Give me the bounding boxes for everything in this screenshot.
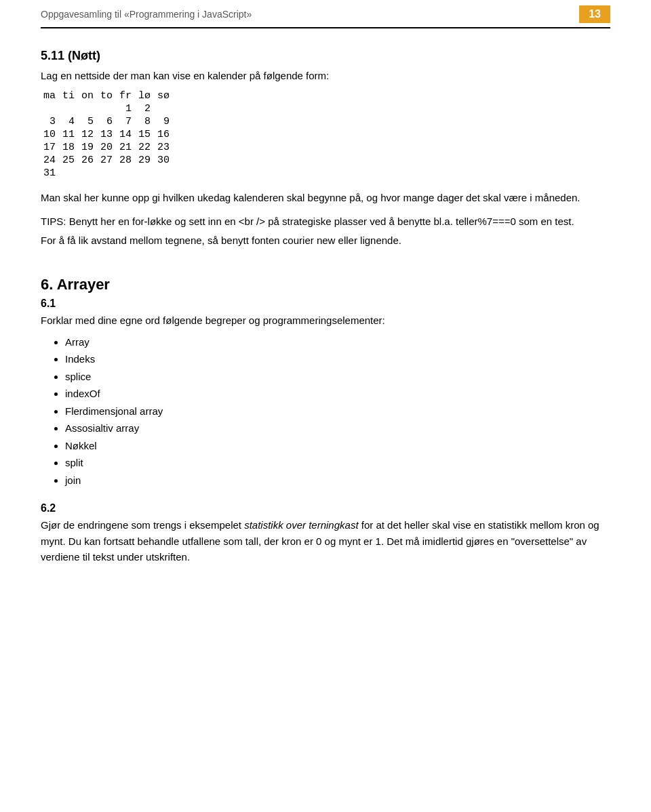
section-511: 5.11 (Nøtt) Lag en nettside der man kan …: [41, 49, 610, 249]
cal-cell: 24: [43, 154, 62, 167]
cal-cell: [81, 167, 100, 180]
cal-cell: 18: [62, 141, 81, 154]
cal-cell: 31: [43, 167, 62, 180]
list-item: split: [65, 454, 610, 472]
cal-cell: [62, 102, 81, 115]
cal-cell: 17: [43, 141, 62, 154]
cal-cell: 23: [157, 141, 176, 154]
task-6-1-text: Forklar med dine egne ord følgende begre…: [41, 312, 610, 328]
section-6: 6. Arrayer 6.1 Forklar med dine egne ord…: [41, 276, 610, 565]
task-6-2-number: 6.2: [41, 502, 610, 514]
cal-cell: 2: [138, 102, 157, 115]
cal-cell: 14: [119, 128, 138, 141]
section-511-intro: Lag en nettside der man kan vise en kale…: [41, 70, 610, 81]
cal-cell: 19: [81, 141, 100, 154]
calendar-row-6: 31: [43, 167, 176, 180]
cal-cell: 13: [100, 128, 119, 141]
header-title: Oppgavesamling til «Programmering i Java…: [41, 9, 252, 20]
page-header: Oppgavesamling til «Programmering i Java…: [41, 0, 610, 28]
cal-cell: 7: [119, 115, 138, 128]
calendar-section: ma ti on to fr lø sø 1 2: [41, 89, 610, 180]
list-item: join: [65, 472, 610, 489]
task-6-1: 6.1 Forklar med dine egne ord følgende b…: [41, 298, 610, 489]
task-6-1-number: 6.1: [41, 298, 610, 310]
task-6-1-list: Array Indeks splice indexOf Flerdimensjo…: [65, 333, 610, 489]
cal-col-to: to: [100, 89, 119, 102]
cal-cell: 16: [157, 128, 176, 141]
calendar-header-row: ma ti on to fr lø sø: [43, 89, 176, 102]
cal-cell: 1: [119, 102, 138, 115]
cal-cell: 5: [81, 115, 100, 128]
list-item: Array: [65, 333, 610, 351]
cal-col-ma: ma: [43, 89, 62, 102]
cal-cell: 25: [62, 154, 81, 167]
cal-cell: [119, 167, 138, 180]
list-item: Nøkkel: [65, 437, 610, 455]
section-511-heading: 5.11 (Nøtt): [41, 49, 610, 63]
cal-cell: 3: [43, 115, 62, 128]
task-6-2: 6.2 Gjør de endringene som trengs i ekse…: [41, 502, 610, 565]
list-item: indexOf: [65, 385, 610, 403]
cal-cell: [138, 167, 157, 180]
cal-cell: 29: [138, 154, 157, 167]
cal-cell: 21: [119, 141, 138, 154]
cal-col-fr: fr: [119, 89, 138, 102]
cal-cell: 4: [62, 115, 81, 128]
cal-cell: 10: [43, 128, 62, 141]
task-6-2-text: Gjør de endringene som trengs i eksempel…: [41, 517, 610, 565]
calendar-row-5: 24 25 26 27 28 29 30: [43, 154, 176, 167]
list-item: Flerdimensjonal array: [65, 403, 610, 420]
task-6-2-text-before: Gjør de endringene som trengs i eksempel…: [41, 519, 244, 531]
cal-cell: 11: [62, 128, 81, 141]
cal-cell: [157, 167, 176, 180]
page-number: 13: [579, 5, 610, 23]
cal-cell: 12: [81, 128, 100, 141]
cal-cell: [100, 167, 119, 180]
calendar-row-3: 10 11 12 13 14 15 16: [43, 128, 176, 141]
cal-cell: 22: [138, 141, 157, 154]
cal-col-lo: lø: [138, 89, 157, 102]
cal-cell: 9: [157, 115, 176, 128]
cal-cell: [100, 102, 119, 115]
cal-cell: 20: [100, 141, 119, 154]
calendar-table: ma ti on to fr lø sø 1 2: [43, 89, 176, 180]
cal-col-so: sø: [157, 89, 176, 102]
cal-cell: 27: [100, 154, 119, 167]
list-item: Assosialtiv array: [65, 420, 610, 437]
cal-cell: [43, 102, 62, 115]
list-item: splice: [65, 368, 610, 386]
cal-cell: [62, 167, 81, 180]
cal-cell: 8: [138, 115, 157, 128]
section-511-description: Man skal her kunne opp gi hvilken ukedag…: [41, 190, 610, 206]
cal-cell: 28: [119, 154, 138, 167]
cal-cell: 15: [138, 128, 157, 141]
cal-cell: [81, 102, 100, 115]
section-511-tips1: TIPS: Benytt her en for-løkke og sett in…: [41, 214, 610, 230]
cal-cell: [157, 102, 176, 115]
section-6-heading: 6. Arrayer: [41, 276, 610, 293]
cal-cell: 26: [81, 154, 100, 167]
section-511-tips2: For å få lik avstand mellom tegnene, så …: [41, 233, 610, 249]
cal-cell: 6: [100, 115, 119, 128]
calendar-row-4: 17 18 19 20 21 22 23: [43, 141, 176, 154]
calendar-row-1: 1 2: [43, 102, 176, 115]
calendar-row-2: 3 4 5 6 7 8 9: [43, 115, 176, 128]
cal-col-on: on: [81, 89, 100, 102]
list-item: Indeks: [65, 350, 610, 368]
cal-col-ti: ti: [62, 89, 81, 102]
task-6-2-italic: statistikk over terningkast: [244, 519, 358, 531]
cal-cell: 30: [157, 154, 176, 167]
